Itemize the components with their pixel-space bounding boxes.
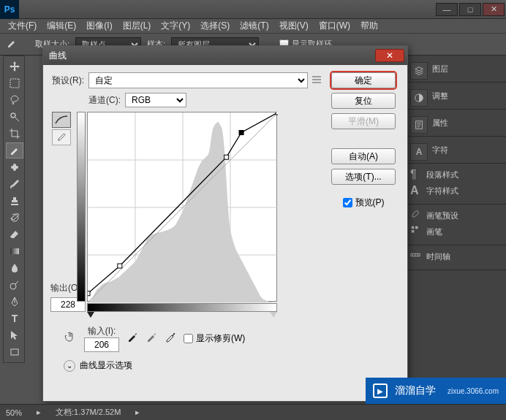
black-dropper-icon[interactable] <box>126 332 138 345</box>
channel-label: 通道(C): <box>88 94 121 107</box>
chevron-right-icon[interactable]: ▸ <box>135 408 140 417</box>
dodge-tool[interactable] <box>6 277 23 293</box>
panel-dock: 图层 调整 属性 A 字符 ¶段落样式 A字符样式 画笔预设 画笔 时间轴 <box>404 56 506 404</box>
svg-point-4 <box>10 283 16 289</box>
svg-rect-19 <box>88 291 90 296</box>
layers-panel-icon[interactable] <box>410 62 428 80</box>
curve-display-options[interactable]: ⌄ 曲线显示选项 <box>64 359 321 372</box>
preset-menu-icon[interactable] <box>312 75 321 85</box>
svg-rect-8 <box>412 226 415 229</box>
type-tool[interactable]: T <box>6 310 23 327</box>
minimize-button[interactable]: — <box>436 3 458 16</box>
props-panel-icon[interactable] <box>410 116 428 134</box>
eyedropper-tool[interactable] <box>6 142 23 159</box>
pen-tool[interactable] <box>6 294 23 310</box>
brush-tool[interactable] <box>6 176 23 192</box>
horizontal-gradient[interactable] <box>87 303 277 312</box>
stamp-tool[interactable] <box>6 193 23 209</box>
gray-dropper-icon[interactable] <box>146 332 157 345</box>
crop-tool[interactable] <box>6 126 23 142</box>
menu-edit[interactable]: 编辑(E) <box>42 18 81 34</box>
paragraph-style-label[interactable]: 段落样式 <box>426 169 458 180</box>
character-style-icon: A <box>410 184 422 197</box>
preview-toggle[interactable]: 预览(P) <box>343 196 385 209</box>
svg-rect-9 <box>415 226 418 229</box>
curve-pencil-tool[interactable] <box>52 129 71 145</box>
paragraph-style-icon: ¶ <box>410 168 422 181</box>
target-adjust-icon[interactable] <box>64 331 77 347</box>
menu-help[interactable]: 帮助 <box>355 18 383 34</box>
preset-label: 预设(R): <box>52 75 84 87</box>
curve-svg[interactable] <box>88 112 278 302</box>
menu-select[interactable]: 选择(S) <box>195 18 235 34</box>
dialog-close-button[interactable]: ✕ <box>375 49 404 62</box>
menu-type[interactable]: 文字(Y) <box>156 18 195 34</box>
dialog-title: 曲线 <box>46 50 67 62</box>
channel-select[interactable]: RGB <box>125 93 186 107</box>
reset-button[interactable]: 复位 <box>331 93 396 109</box>
brush-panel-label[interactable]: 画笔 <box>426 226 442 237</box>
options-button[interactable]: 选项(T)... <box>331 169 396 185</box>
chevron-right-icon[interactable]: ▸ <box>37 408 41 417</box>
char-panel-icon[interactable]: A <box>410 143 428 161</box>
svg-rect-2 <box>13 164 16 171</box>
brush-preset-icon <box>410 209 422 222</box>
close-window-button[interactable]: ✕ <box>483 3 505 16</box>
adjust-panel-icon[interactable] <box>410 89 428 107</box>
preview-checkbox[interactable] <box>343 198 352 207</box>
eyedropper-icon <box>6 37 18 51</box>
lasso-tool[interactable] <box>6 92 23 108</box>
watermark-brand: 溜溜自学 <box>395 384 436 397</box>
zoom-level[interactable]: 50% <box>6 408 22 417</box>
history-brush-tool[interactable] <box>6 210 23 226</box>
show-clipping-checkbox[interactable] <box>184 334 193 343</box>
marquee-tool[interactable] <box>6 75 23 91</box>
vertical-gradient <box>77 112 86 302</box>
dialog-titlebar[interactable]: 曲线 ✕ <box>43 46 407 65</box>
blur-tool[interactable] <box>6 260 23 276</box>
input-value-input[interactable] <box>84 337 119 352</box>
wand-tool[interactable] <box>6 109 23 125</box>
menu-filter[interactable]: 滤镜(T) <box>235 18 273 34</box>
gradient-tool[interactable] <box>6 243 23 259</box>
timeline-label[interactable]: 时间轴 <box>426 251 450 262</box>
eraser-tool[interactable] <box>6 226 23 243</box>
input-label: 输入(I): <box>88 325 116 337</box>
svg-rect-10 <box>412 230 415 233</box>
character-style-label[interactable]: 字符样式 <box>426 186 458 196</box>
menu-layer[interactable]: 图层(L) <box>118 18 156 34</box>
doc-size: 文档:1.37M/2.52M <box>56 407 121 418</box>
curve-point-tool[interactable] <box>52 112 71 128</box>
move-tool[interactable] <box>6 58 23 75</box>
brush-preset-label[interactable]: 画笔预设 <box>426 210 458 221</box>
window-titlebar: Ps — □ ✕ <box>0 0 506 19</box>
menu-view[interactable]: 视图(V) <box>274 18 314 34</box>
watermark-badge: ▶ 溜溜自学 zixue.3066.com <box>366 378 506 404</box>
rect-tool[interactable] <box>6 344 23 360</box>
menu-file[interactable]: 文件(F) <box>3 18 42 34</box>
menu-window[interactable]: 窗口(W) <box>314 18 355 34</box>
show-clipping[interactable]: 显示修剪(W) <box>184 332 245 345</box>
curves-dialog: 曲线 ✕ 预设(R): 自定 通道(C): RGB <box>42 45 408 402</box>
svg-rect-5 <box>11 349 18 355</box>
app-logo: Ps <box>0 0 19 19</box>
menu-bar: 文件(F) 编辑(E) 图像(I) 图层(L) 文字(Y) 选择(S) 滤镜(T… <box>0 19 506 34</box>
ok-button[interactable]: 确定 <box>331 72 396 88</box>
preset-select[interactable]: 自定 <box>88 72 308 88</box>
curve-graph[interactable] <box>87 112 277 302</box>
svg-rect-0 <box>10 79 19 88</box>
path-select-tool[interactable] <box>6 327 23 343</box>
window-controls: — □ ✕ <box>436 3 506 16</box>
healing-tool[interactable] <box>6 159 23 175</box>
smooth-button[interactable]: 平滑(M) <box>331 113 396 129</box>
black-point-slider[interactable] <box>87 312 94 318</box>
svg-rect-23 <box>276 112 278 115</box>
auto-button[interactable]: 自动(A) <box>331 148 396 164</box>
play-icon: ▶ <box>373 383 388 398</box>
maximize-button[interactable]: □ <box>459 3 481 16</box>
menu-image[interactable]: 图像(I) <box>81 18 117 34</box>
svg-rect-21 <box>224 155 229 159</box>
chevron-down-icon: ⌄ <box>64 360 75 372</box>
white-dropper-icon[interactable] <box>165 332 176 345</box>
white-point-slider[interactable] <box>270 312 277 318</box>
